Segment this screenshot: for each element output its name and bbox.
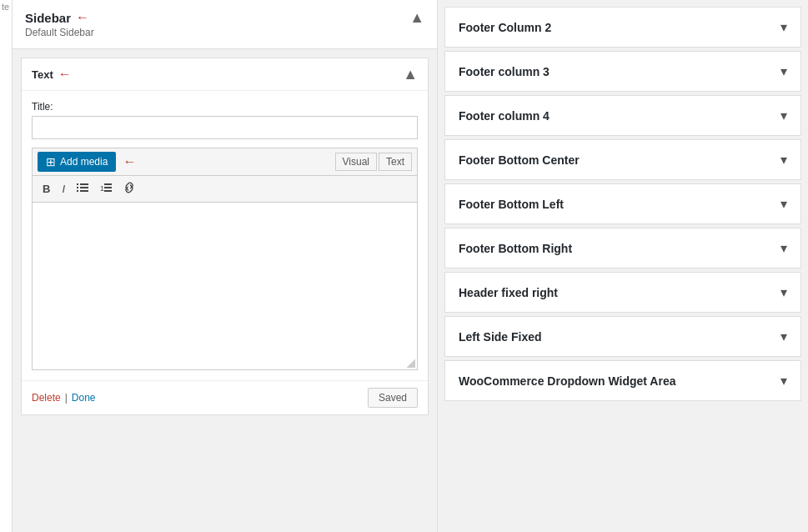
widget-area-item-4[interactable]: Footer Bottom Left ▾ — [444, 183, 801, 224]
dropdown-arrow-4: ▾ — [780, 196, 787, 212]
sidebar-arrow-icon: ← — [76, 10, 89, 25]
svg-rect-1 — [80, 183, 88, 185]
svg-rect-4 — [77, 190, 78, 192]
done-link[interactable]: Done — [72, 392, 96, 404]
widget-area-label-6: Header fixed right — [459, 286, 558, 299]
dropdown-arrow-2: ▾ — [780, 108, 787, 123]
delete-link[interactable]: Delete — [32, 392, 61, 404]
widget-area-item-3[interactable]: Footer Bottom Center ▾ — [444, 139, 801, 180]
add-media-container: ⊞ Add media ← — [38, 152, 136, 172]
widget-area-label-3: Footer Bottom Center — [459, 153, 580, 167]
sidebar-header-left: Sidebar ← Default Sidebar — [25, 10, 94, 38]
add-media-label: Add media — [60, 156, 108, 168]
widget-box-header: Text ← ▲ — [22, 58, 428, 91]
visual-tab[interactable]: Visual — [335, 153, 377, 171]
dropdown-arrow-8: ▾ — [780, 373, 787, 389]
sidebar-header: Sidebar ← Default Sidebar ▲ — [13, 0, 437, 49]
widget-collapse-button[interactable]: ▲ — [403, 67, 418, 82]
ordered-list-button[interactable]: 1. — [95, 179, 117, 198]
editor-resize-handle[interactable] — [407, 359, 415, 368]
svg-rect-3 — [80, 187, 88, 188]
partial-text: te — [0, 0, 11, 62]
sidebar-collapse-button[interactable]: ▲ — [409, 10, 424, 25]
svg-rect-5 — [80, 190, 88, 192]
title-input[interactable] — [32, 116, 418, 139]
widget-area-item-8[interactable]: WooCommerce Dropdown Widget Area ▾ — [444, 360, 801, 401]
widget-area-item-7[interactable]: Left Side Fixed ▾ — [444, 316, 801, 357]
svg-rect-9 — [104, 190, 112, 192]
widget-area-label-5: Footer Bottom Right — [459, 242, 572, 255]
widget-area-label-2: Footer column 4 — [459, 109, 550, 123]
editor-area: ⊞ Add media ← Visual Text B I — [32, 148, 418, 370]
dropdown-arrow-1: ▾ — [780, 63, 787, 79]
widget-footer: Delete | Done Saved — [22, 380, 428, 414]
svg-rect-0 — [77, 183, 78, 185]
link-button[interactable] — [118, 179, 140, 198]
link-icon — [123, 182, 135, 193]
widget-area-item-5[interactable]: Footer Bottom Right ▾ — [444, 228, 801, 269]
add-media-button[interactable]: ⊞ Add media — [38, 152, 116, 172]
media-icon: ⊞ — [46, 155, 56, 168]
widget-footer-left: Delete | Done — [32, 392, 96, 404]
widget-title-text: Text — [32, 68, 53, 81]
saved-button: Saved — [368, 388, 418, 408]
widget-area-label-7: Left Side Fixed — [459, 330, 542, 344]
widget-area-label-8: WooCommerce Dropdown Widget Area — [459, 374, 675, 388]
italic-button[interactable]: I — [57, 180, 70, 198]
bold-button[interactable]: B — [38, 180, 55, 198]
svg-rect-8 — [104, 187, 112, 188]
dropdown-arrow-0: ▾ — [780, 19, 787, 35]
widget-area-label-4: Footer Bottom Left — [459, 198, 564, 211]
editor-content-area[interactable] — [33, 203, 417, 369]
widget-box: Text ← ▲ Title: ⊞ Add media ← — [21, 58, 429, 415]
widget-area-label-1: Footer column 3 — [459, 65, 550, 78]
widget-area-item-2[interactable]: Footer column 4 ▾ — [444, 95, 801, 136]
sidebar-subtitle: Default Sidebar — [25, 27, 94, 38]
right-panel: Footer Column 2 ▾ Footer column 3 ▾ Foot… — [438, 0, 808, 532]
widget-area-label-0: Footer Column 2 — [459, 21, 551, 34]
widget-box-body: Title: ⊞ Add media ← Visual Text — [22, 91, 428, 380]
svg-rect-7 — [104, 183, 112, 185]
title-field-label: Title: — [32, 101, 418, 113]
widget-box-title: Text ← — [32, 67, 72, 82]
sidebar-title-text: Sidebar — [25, 11, 71, 25]
add-media-arrow-icon: ← — [123, 154, 136, 169]
dropdown-arrow-6: ▾ — [780, 284, 787, 300]
text-tab[interactable]: Text — [379, 153, 412, 171]
editor-format-bar: B I 1. — [33, 176, 417, 203]
editor-toolbar-top: ⊞ Add media ← Visual Text — [33, 148, 417, 176]
widget-arrow-icon: ← — [58, 67, 72, 82]
widget-area-item-0[interactable]: Footer Column 2 ▾ — [444, 7, 801, 48]
dropdown-arrow-5: ▾ — [780, 240, 787, 256]
ul-icon — [77, 182, 88, 193]
widget-area-item-1[interactable]: Footer column 3 ▾ — [444, 51, 801, 92]
view-tabs: Visual Text — [335, 153, 412, 171]
sidebar-title: Sidebar ← — [25, 10, 94, 25]
ol-icon: 1. — [100, 182, 112, 193]
dropdown-arrow-7: ▾ — [780, 329, 787, 344]
svg-rect-2 — [77, 187, 78, 188]
dropdown-arrow-3: ▾ — [780, 152, 787, 168]
unordered-list-button[interactable] — [72, 179, 93, 198]
left-panel: Sidebar ← Default Sidebar ▲ Text ← ▲ Tit… — [13, 0, 438, 532]
widget-area-item-6[interactable]: Header fixed right ▾ — [444, 272, 801, 313]
partial-left-edge: te — [0, 0, 13, 532]
footer-divider: | — [65, 392, 68, 404]
